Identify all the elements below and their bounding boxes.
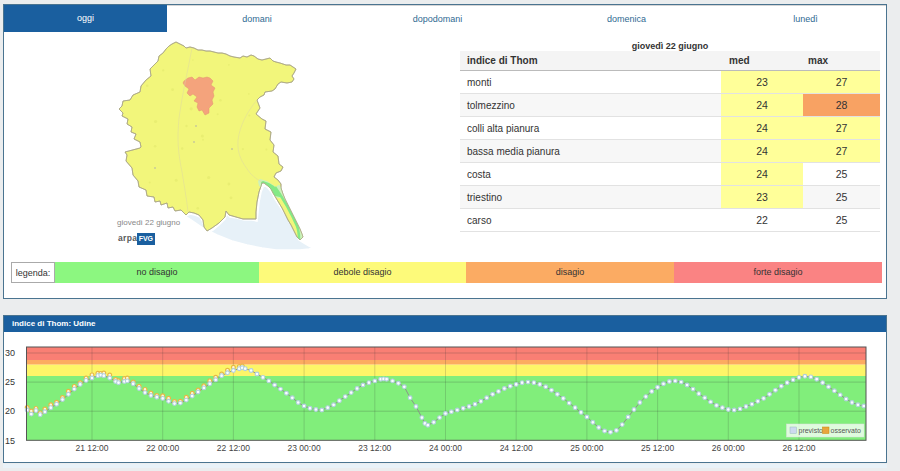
svg-text:26 12:00: 26 12:00 — [782, 443, 815, 453]
svg-text:26 00:00: 26 00:00 — [712, 443, 745, 453]
svg-text:25 12:00: 25 12:00 — [641, 443, 674, 453]
svg-text:25 00:00: 25 00:00 — [570, 443, 603, 453]
svg-text:20: 20 — [5, 406, 15, 416]
svg-text:15: 15 — [5, 436, 15, 446]
svg-text:23 00:00: 23 00:00 — [288, 443, 321, 453]
svg-text:24 12:00: 24 12:00 — [500, 443, 533, 453]
svg-text:25: 25 — [5, 377, 15, 387]
svg-text:30: 30 — [5, 348, 15, 358]
svg-text:osservato: osservato — [831, 427, 861, 434]
svg-text:22 12:00: 22 12:00 — [217, 443, 250, 453]
svg-text:24 00:00: 24 00:00 — [429, 443, 462, 453]
svg-text:21 12:00: 21 12:00 — [75, 443, 108, 453]
svg-text:23 12:00: 23 12:00 — [358, 443, 391, 453]
svg-text:22 00:00: 22 00:00 — [146, 443, 179, 453]
svg-text:previsto: previsto — [799, 427, 824, 435]
